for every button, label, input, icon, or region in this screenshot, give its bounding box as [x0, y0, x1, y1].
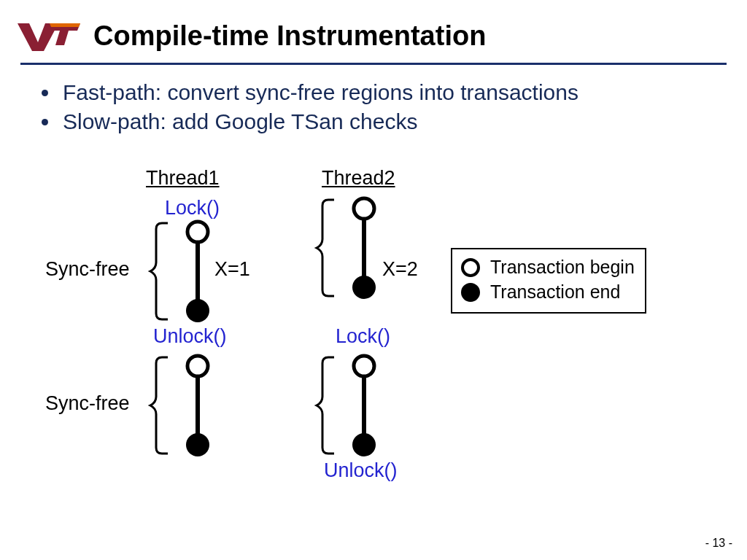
thread1-header: Thread1	[146, 167, 220, 190]
t1-unlock-label: Unlock()	[153, 325, 227, 348]
legend-end-row: Transaction end	[461, 280, 635, 305]
bullet-2: Slow-path: add Google TSan checks	[60, 109, 578, 134]
svg-point-5	[186, 433, 209, 456]
vt-logo-icon	[16, 20, 82, 54]
t2-x2-label: X=2	[382, 258, 418, 281]
svg-point-11	[352, 433, 376, 456]
t1-bracket2-icon	[146, 357, 175, 454]
svg-point-10	[354, 356, 374, 376]
svg-point-2	[186, 299, 209, 322]
legend-filled-circle-icon	[461, 283, 480, 302]
t2-bracket2-icon	[312, 357, 341, 454]
legend-end-label: Transaction end	[490, 280, 620, 305]
slide-title: Compile-time Instrumentation	[93, 20, 486, 52]
legend-box: Transaction begin Transaction end	[451, 248, 646, 314]
legend-open-circle-icon	[461, 258, 480, 277]
svg-point-8	[352, 276, 376, 299]
t2-tx2-icon	[352, 354, 382, 456]
t1-lock-label: Lock()	[165, 197, 220, 219]
syncfree-1-label: Sync-free	[45, 258, 130, 281]
t2-bracket1-icon	[312, 200, 341, 296]
t2-unlock-label: Unlock()	[324, 459, 398, 482]
syncfree-2-label: Sync-free	[45, 392, 130, 415]
t2-lock-label: Lock()	[336, 325, 390, 348]
t1-tx1-icon	[186, 220, 215, 322]
t1-bracket1-icon	[146, 223, 175, 319]
legend-begin-label: Transaction begin	[490, 255, 635, 280]
thread2-header: Thread2	[322, 167, 395, 190]
legend-begin-row: Transaction begin	[461, 255, 635, 280]
svg-point-4	[187, 356, 208, 376]
svg-point-7	[354, 198, 374, 219]
t1-x1-label: X=1	[214, 258, 250, 281]
title-underline	[20, 63, 727, 65]
t2-tx1-icon	[352, 197, 382, 299]
bullet-list: Fast-path: convert sync-free regions int…	[39, 80, 578, 139]
svg-point-1	[187, 222, 208, 242]
t1-tx2-icon	[186, 354, 215, 456]
bullet-1: Fast-path: convert sync-free regions int…	[60, 80, 578, 105]
page-number: - 13 -	[705, 537, 732, 550]
